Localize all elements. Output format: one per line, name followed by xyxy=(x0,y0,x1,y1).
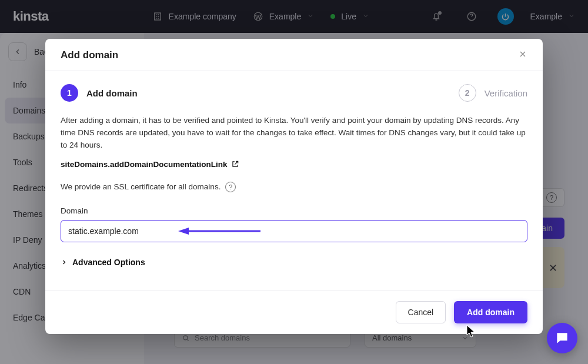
add-domain-modal: Add domain 1 Add domain 2 Verification A… xyxy=(45,39,543,334)
close-icon xyxy=(518,49,527,59)
intercom-chat-button[interactable] xyxy=(547,323,577,353)
chat-icon xyxy=(554,330,570,346)
modal-stepper: 1 Add domain 2 Verification xyxy=(61,84,527,102)
advanced-options-toggle[interactable]: Advanced Options xyxy=(61,258,527,267)
step-2: 2 Verification xyxy=(459,84,527,102)
step1-label: Add domain xyxy=(86,88,138,98)
add-domain-submit-button[interactable]: Add domain xyxy=(454,301,527,323)
step-number-icon: 1 xyxy=(61,84,78,102)
modal-close-button[interactable] xyxy=(518,49,527,61)
modal-title: Add domain xyxy=(61,49,118,61)
ssl-note: We provide an SSL certificate for all do… xyxy=(61,182,527,192)
help-icon[interactable]: ? xyxy=(225,182,236,192)
cancel-button[interactable]: Cancel xyxy=(396,301,446,323)
description-text: After adding a domain, it has to be veri… xyxy=(61,115,527,152)
domain-input[interactable] xyxy=(61,220,527,242)
external-link-icon xyxy=(231,160,239,168)
domain-field-label: Domain xyxy=(61,206,527,215)
documentation-link[interactable]: siteDomains.addDomainDocumentationLink xyxy=(61,160,527,169)
step-number-icon: 2 xyxy=(459,84,476,102)
step-1: 1 Add domain xyxy=(61,84,138,102)
step2-label: Verification xyxy=(485,88,527,98)
chevron-right-icon xyxy=(61,259,68,266)
